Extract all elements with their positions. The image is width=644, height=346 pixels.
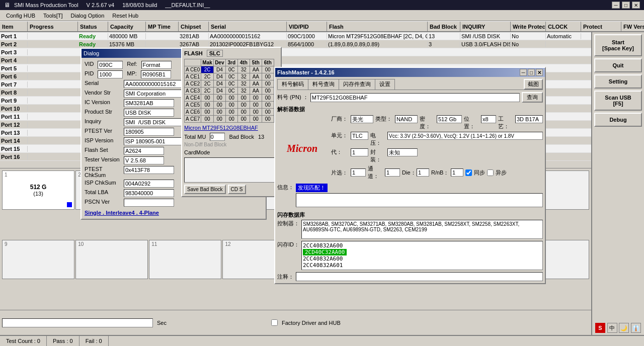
- screenshot-btn[interactable]: 截图: [524, 79, 543, 90]
- flash-id-area: 2CC40832A600 2CD40C32AA00 2CC40832A600 2…: [301, 241, 543, 270]
- pn-input[interactable]: [310, 93, 520, 102]
- menu-config-hub[interactable]: Config HUB: [2, 12, 39, 20]
- flash-row-ce4: A CE4 00 00 00 00 00 00: [185, 95, 274, 102]
- menu-tools[interactable]: Tools[T]: [39, 12, 67, 20]
- flash-row-ce2: A CE2 2C D4 0C 32 AA 00: [185, 80, 274, 88]
- setting-button[interactable]: Setting: [594, 74, 642, 89]
- col-status: Status: [78, 22, 108, 31]
- type-input-fm[interactable]: [395, 115, 418, 123]
- voltage-input-fm[interactable]: [387, 132, 543, 140]
- unit-input-fm[interactable]: [351, 132, 368, 140]
- dialog-pscn-row: PSCN Ver: [85, 199, 263, 207]
- isp-chk-input[interactable]: [124, 180, 174, 188]
- mp-input[interactable]: [141, 70, 171, 78]
- total-lba-input[interactable]: [124, 189, 174, 197]
- fail-label: Fail : 0: [79, 336, 109, 346]
- vendor-label-fm: 厂商：: [331, 115, 349, 130]
- port-row-2[interactable]: Port 2 Ready 15376 MB 3267AB 201302IP000…: [0, 40, 591, 48]
- col-writeprotect: Write Protect: [511, 22, 546, 31]
- col-5th: 5th: [250, 59, 262, 66]
- icon-moon[interactable]: 🌙: [619, 323, 629, 333]
- vendor-input-fm[interactable]: [351, 115, 373, 123]
- icon-zh[interactable]: 中: [607, 323, 617, 333]
- minimize-button[interactable]: ─: [612, 2, 620, 9]
- flash-id-line-1: 2CC40832A600: [303, 242, 541, 249]
- info-textarea[interactable]: [296, 193, 543, 207]
- cd-btn[interactable]: CD S: [228, 185, 246, 194]
- col-badblock: Bad Block: [428, 22, 460, 31]
- tab-flash-query[interactable]: 闪存件查询: [339, 79, 375, 90]
- sync-checkbox[interactable]: [465, 169, 472, 176]
- port-box-num: 9: [5, 241, 8, 247]
- query-btn[interactable]: 查询: [522, 92, 543, 103]
- info-highlight: 发现匹配！: [296, 184, 328, 192]
- vid-input[interactable]: [98, 61, 123, 69]
- density-input-fm[interactable]: [437, 115, 462, 123]
- total-mu-input[interactable]: [210, 133, 225, 141]
- icon-s[interactable]: S: [595, 323, 605, 333]
- ptest-input[interactable]: [124, 128, 174, 136]
- gen-input-fm[interactable]: [351, 148, 368, 156]
- ptest-chk-label: PTEST ChkSum: [85, 166, 120, 178]
- start-button[interactable]: Start[Space Key]: [594, 34, 642, 56]
- flash-set-input[interactable]: [124, 147, 164, 155]
- flash-name-link[interactable]: Micron MT29F512G08EBHAF: [184, 125, 279, 131]
- flashmaster-dialog: FlashMaster - 1.4.2.16 ─ □ ✕ 料号解码 料号查询 闪…: [274, 67, 546, 284]
- port-box-10[interactable]: 10: [75, 240, 148, 279]
- bad-block-value: 13: [258, 134, 264, 140]
- port-row-1[interactable]: Port 1 Ready 480000 MB 3281AB AA00000000…: [0, 32, 591, 40]
- ptest-chk-input[interactable]: [124, 166, 174, 174]
- slice-input-fm[interactable]: [351, 168, 366, 177]
- flash-title: FLASH: [184, 50, 203, 56]
- ref-input[interactable]: [141, 61, 172, 69]
- scan-usb-button[interactable]: Scan USB[F5]: [594, 91, 642, 111]
- port-box-11[interactable]: 11: [149, 240, 221, 279]
- note-input[interactable]: [296, 272, 543, 281]
- menu-reset-hub[interactable]: Reset Hub: [108, 12, 142, 20]
- test-count-label: Test Count : 0: [0, 336, 47, 346]
- col-vidpid: VID/PID: [287, 22, 327, 31]
- pid-input[interactable]: [98, 70, 123, 78]
- tab-query[interactable]: 料号查询: [308, 79, 339, 90]
- pscn-input[interactable]: [124, 199, 174, 207]
- col-chipset: Chipset: [179, 22, 209, 31]
- position-input-fm[interactable]: [481, 115, 496, 123]
- quit-button[interactable]: Quit: [594, 58, 642, 72]
- right-sidebar: Start[Space Key] Quit Setting Scan USB[F…: [591, 32, 644, 335]
- pass-label: Pass : 0: [47, 336, 79, 346]
- port-box-1[interactable]: 1 512 G (13): [2, 170, 74, 210]
- product-input[interactable]: [124, 109, 174, 117]
- bottom-input[interactable]: [2, 318, 153, 327]
- fm-close-btn[interactable]: ✕: [536, 69, 543, 76]
- close-button[interactable]: ✕: [632, 2, 640, 9]
- debug-button[interactable]: Debug: [594, 113, 642, 127]
- factory-driver-checkbox[interactable]: [271, 319, 278, 326]
- die-input-fm[interactable]: [417, 168, 429, 177]
- ic-input[interactable]: [124, 99, 174, 107]
- flashmaster-content: 料号解码 料号查询 闪存件查询 设置 截图 料号 (PN) ： 查询 解析器数据…: [275, 77, 545, 283]
- process-input-fm[interactable]: [515, 115, 543, 123]
- fm-max-btn[interactable]: □: [528, 69, 535, 76]
- tab-settings[interactable]: 设置: [375, 79, 395, 90]
- tester-input[interactable]: [124, 156, 164, 164]
- col-4th: 4th: [237, 59, 250, 66]
- rnb-input-fm[interactable]: [451, 168, 463, 177]
- maximize-button[interactable]: □: [622, 2, 630, 9]
- tab-decode[interactable]: 料号解码: [277, 79, 308, 90]
- flash-id-line-highlight[interactable]: 2CD40C32AA00: [303, 249, 347, 255]
- save-bad-block-btn[interactable]: Save Bad Block: [184, 185, 226, 194]
- port-box-9[interactable]: 9: [2, 240, 74, 279]
- icon-shirt[interactable]: 👔: [631, 323, 641, 333]
- ic-label: IC Version: [85, 99, 120, 107]
- card-mode-label: CardMode: [184, 149, 210, 155]
- package-label-fm: 封装：: [370, 148, 385, 163]
- isp-ver-input[interactable]: [124, 137, 189, 145]
- screenshot-btn-area: 截图: [524, 79, 543, 90]
- package-input-fm[interactable]: [387, 148, 418, 156]
- menu-dialog-option[interactable]: Dialog Option: [67, 12, 109, 20]
- async-checkbox[interactable]: [487, 169, 494, 176]
- async-label: 异步: [496, 169, 507, 177]
- field-row-2: 单元： 电压：: [331, 132, 543, 147]
- fm-min-btn[interactable]: ─: [520, 69, 527, 76]
- channel-input-fm[interactable]: [385, 168, 400, 177]
